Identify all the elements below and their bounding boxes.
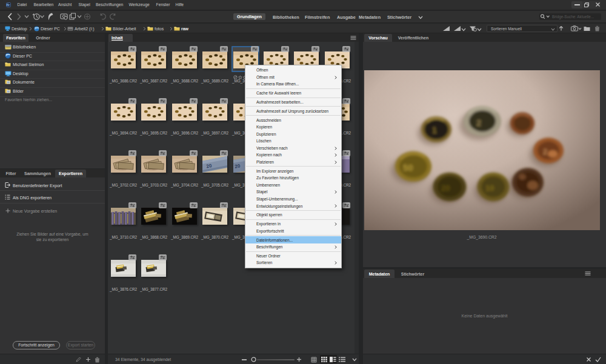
svg-text:2: 2 — [476, 117, 481, 128]
svg-text:2: 2 — [543, 147, 547, 156]
svg-text:1: 1 — [432, 125, 437, 135]
svg-text:10: 10 — [485, 184, 494, 193]
svg-text:50: 50 — [403, 162, 413, 173]
svg-text:20: 20 — [441, 184, 450, 193]
